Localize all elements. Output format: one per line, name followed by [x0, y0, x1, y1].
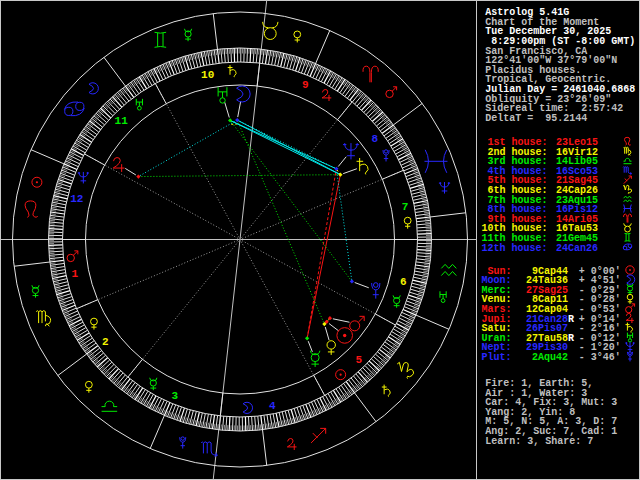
svg-text:2Aqu42: 2Aqu42 — [526, 352, 568, 363]
svg-text:7: 7 — [402, 201, 409, 213]
svg-text:4: 4 — [269, 400, 276, 412]
svg-text:DeltaT = 95.2144: DeltaT = 95.2144 — [485, 113, 587, 124]
svg-text:10: 10 — [201, 69, 214, 81]
svg-text:12th house:: 12th house: — [482, 243, 548, 254]
svg-text:11: 11 — [115, 115, 129, 127]
svg-text:Learn: 3, Share: 7: Learn: 3, Share: 7 — [485, 436, 593, 447]
svg-text:R: R — [568, 333, 574, 344]
svg-text:1: 1 — [72, 268, 79, 280]
svg-text:3: 3 — [171, 390, 178, 402]
svg-text:9: 9 — [302, 79, 309, 91]
svg-text:2: 2 — [102, 336, 109, 348]
svg-text:Plut:: Plut: — [482, 352, 512, 363]
svg-text:12: 12 — [70, 193, 83, 205]
svg-text:8: 8 — [371, 133, 378, 145]
svg-text:R: R — [568, 314, 574, 325]
svg-text:- 3°46': - 3°46' — [579, 352, 621, 363]
svg-text:5: 5 — [355, 354, 362, 366]
svg-text:6: 6 — [400, 276, 407, 288]
svg-text:24Can26: 24Can26 — [556, 243, 598, 254]
